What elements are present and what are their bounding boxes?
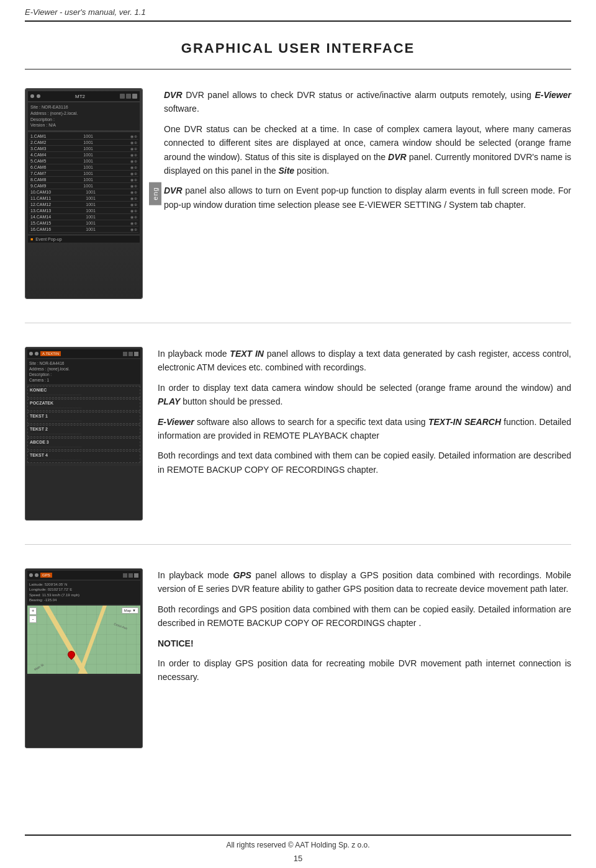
dvr-label-inline: DVR	[388, 152, 407, 162]
textin-row-label: TEKST 1	[30, 414, 138, 418]
dvr-cam-row: 13.CAM13 1001 ◉ ⊕	[29, 208, 138, 214]
dvr-ctrl3	[132, 94, 137, 99]
dvr-version: Version : N/A	[30, 122, 137, 128]
eviewer1: E-Viewer	[535, 90, 571, 100]
textin-row-label: TEKST 2	[30, 427, 138, 431]
dvr-cam-icon2: ⊕	[134, 202, 137, 207]
dvr-cam-num: 1001	[86, 208, 96, 213]
dvr-cam-icon2: ⊕	[134, 171, 137, 176]
dvr-panel-sim: MT2 Site : NOR-EA3116 Address : (none)-2…	[25, 89, 142, 298]
dvr-cam-num: 1001	[83, 165, 93, 169]
dvr-cam-row: 1.CAM1 1001 ◉ ⊕	[29, 133, 138, 140]
dvr-cam-num: 1001	[83, 134, 93, 138]
dvr-footer-text: Event Pop-up	[35, 237, 61, 241]
dvr-label2: DVR	[164, 186, 183, 195]
dvr-cam-row: 12.CAM12 1001 ◉ ⊕	[29, 202, 138, 208]
dvr-cam-icons: ◉ ⊕	[130, 208, 137, 213]
dvr-cam-icons: ◉ ⊕	[130, 190, 137, 194]
dvr-cam-icons: ◉ ⊕	[130, 227, 137, 231]
textin-screenshot-wrapper: A.TEXTIN Site : NOR-EA4416 Address : (no…	[25, 347, 143, 521]
dvr-cam-num: 1001	[83, 184, 93, 188]
gps-dot1	[29, 573, 33, 577]
dvr-cam-icon2: ⊕	[134, 184, 137, 188]
section3-text: In playback mode GPS panel allows to dis…	[158, 568, 571, 691]
dvr-cam-row: 3.CAM3 1001 ◉ ⊕	[29, 146, 138, 152]
section1-text1b: software.	[164, 104, 199, 114]
dvr-cam-icon2: ⊕	[134, 140, 137, 145]
dvr-cam-name: 6.CAM6	[30, 165, 46, 169]
text-in-label: TEXT IN	[230, 349, 264, 359]
dvr-dot1	[30, 94, 34, 98]
dvr-cam-icons: ◉ ⊕	[130, 153, 137, 157]
page-header: E-Viewer - user's manual, ver. 1.1	[0, 0, 596, 20]
dvr-cam-icons: ◉ ⊕	[130, 134, 137, 138]
dvr-cam-icon2: ⊕	[134, 190, 137, 194]
gps-ctrl3	[134, 573, 138, 578]
dvr-cam-num: 1001	[86, 190, 96, 194]
dvr-cam-num: 1001	[83, 153, 93, 157]
dvr-cam-row: 6.CAM6 1001 ◉ ⊕	[29, 164, 138, 171]
dvr-cam-icons: ◉ ⊕	[130, 177, 137, 182]
dvr-cam-name: 12.CAM12	[30, 202, 51, 207]
dvr-cam-icon2: ⊕	[134, 221, 137, 225]
gps-titlebar: GPS	[27, 571, 140, 579]
section1-para2: One DVR status can be checked at a time.…	[164, 122, 571, 178]
gps-info: Latitude: 5209'34.05' N Longitude: 02102…	[27, 581, 140, 604]
section2-para2: In order to display text data camera win…	[158, 381, 571, 409]
dvr-cam-num: 1001	[83, 159, 93, 163]
gps-badge: GPS	[40, 573, 52, 578]
dvr-cam-icon1: ◉	[130, 215, 133, 219]
dvr-cam-row: 8.CAM8 1001 ◉ ⊕	[29, 177, 138, 183]
dvr-cam-num: 1001	[83, 140, 93, 145]
dvr-cam-icon1: ◉	[130, 159, 133, 163]
textin-address: Address : (none).local.	[29, 366, 138, 372]
page-number: 15	[294, 854, 302, 863]
textin-dot2	[35, 352, 38, 356]
textin-ctrl1	[123, 352, 127, 356]
gps-dot2	[35, 573, 38, 577]
dvr-cam-name: 1.CAM1	[30, 134, 46, 138]
textin-list-item: POCZATEK ...............................…	[27, 399, 140, 411]
gps-zoom-in[interactable]: +	[29, 607, 37, 615]
gps-zoom-out[interactable]: -	[29, 615, 37, 623]
section-dvr: MT2 Site : NOR-EA3116 Address : (none)-2…	[0, 69, 596, 318]
gps-map: Map ▼ + - Main St Cross Ave	[27, 606, 140, 674]
dvr-cam-row: 9.CAM9 1001 ◉ ⊕	[29, 183, 138, 189]
dvr-cam-icon1: ◉	[130, 146, 133, 151]
textin-row-label: TEKST 4	[30, 453, 138, 457]
dvr-cam-name: 4.CAM4	[30, 153, 46, 157]
gps-speed: Speed: 11.53 km/h (7.19 mph)	[29, 593, 138, 597]
textin-screenshot: A.TEXTIN Site : NOR-EA4416 Address : (no…	[25, 347, 143, 521]
eng-badge-wrapper: eng	[149, 182, 161, 205]
dvr-info: Site : NOR-EA3116 Address : (none)-2.loc…	[28, 102, 140, 130]
dvr-cam-icons: ◉ ⊕	[130, 196, 137, 200]
dvr-cam-icon1: ◉	[130, 171, 133, 176]
site-label-inline: Site	[278, 166, 294, 176]
dvr-cam-num: 1001	[86, 196, 96, 200]
textin-row-dots: ........................................…	[30, 444, 138, 448]
dvr-cam-icon1: ◉	[130, 202, 133, 207]
textin-row-label: ABCDE 3	[30, 440, 138, 444]
footer-rule	[25, 834, 571, 836]
textin-row-dots: ........................................…	[30, 418, 138, 422]
textin-row-label: KONIEC	[30, 388, 138, 392]
dvr-address: Address : (none)-2.local.	[30, 110, 137, 117]
dvr-cam-icons: ◉ ⊕	[130, 202, 137, 207]
textin-badge: A.TEXTIN	[40, 351, 61, 356]
textin-titlebar: A.TEXTIN	[27, 349, 140, 358]
gps-screenshot-wrapper: GPS Latitude: 5209'34.05' N Longitude: 0…	[25, 568, 143, 748]
dvr-cam-icon1: ◉	[130, 196, 133, 200]
dvr-cam-icons: ◉ ⊕	[130, 184, 137, 188]
dvr-cam-name: 2.CAM2	[30, 140, 46, 145]
dvr-cam-icon1: ◉	[130, 153, 133, 157]
dvr-cam-row: 15.CAM15 1001 ◉ ⊕	[29, 220, 138, 226]
section3-para1: In playback mode GPS panel allows to dis…	[158, 568, 571, 596]
dvr-cam-name: 3.CAM3	[30, 146, 46, 151]
gps-map-label[interactable]: Map ▼	[122, 607, 138, 614]
textin-list-item: KONIEC .................................…	[27, 386, 140, 398]
eng-badge: eng	[149, 182, 161, 205]
textin-row-dots: ........................................…	[30, 405, 138, 409]
gps-marker-wrapper	[68, 651, 75, 658]
textin-row-dots: ........................................…	[30, 457, 138, 461]
dvr-cam-row: 14.CAM14 1001 ◉ ⊕	[29, 214, 138, 220]
